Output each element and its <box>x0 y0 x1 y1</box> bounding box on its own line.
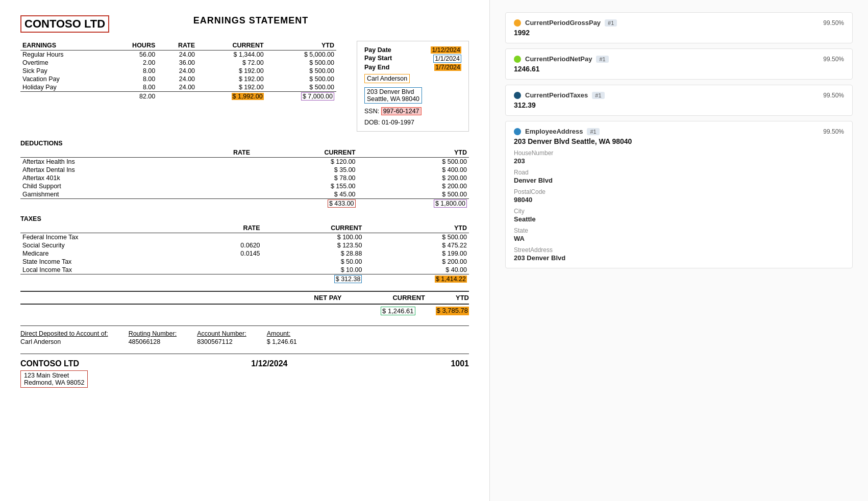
table-row: Social Security0.0620 $ 123.50$ 475.22 <box>20 241 469 249</box>
field-employee-address: EmployeeAddress #1 99.50% 203 Denver Blv… <box>505 121 853 268</box>
net-pay-ytd-label: YTD <box>456 294 469 302</box>
field-gross-pay-header: CurrentPeriodGrossPay #1 99.50% <box>514 19 844 27</box>
col-rate: RATE <box>157 41 197 51</box>
pay-date-row: Pay Date 1/12/2024 <box>364 46 461 54</box>
field-name-net-pay: CurrentPeriodNetPay <box>525 55 592 63</box>
earnings-section: EARNINGS HOURS RATE CURRENT YTD Regular … <box>20 41 469 132</box>
table-row: Overtime 2.00 36.00 $ 72.00 $ 500.00 <box>20 59 336 67</box>
field-badge-employee-address: #1 <box>587 128 599 135</box>
table-row: Child Support $ 155.00$ 200.00 <box>20 182 469 190</box>
table-row: Aftertax 401k $ 78.00$ 200.00 <box>20 174 469 182</box>
document-panel: CONTOSO LTD EARNINGS STATEMENT EARNINGS … <box>0 0 490 501</box>
table-row: Sick Pay 8.00 24.00 $ 192.00 $ 500.00 <box>20 67 336 75</box>
field-net-pay: CurrentPeriodNetPay #1 99.50% 1246.61 <box>505 48 853 80</box>
field-name-taxes: CurrentPeriodTaxes <box>525 91 588 99</box>
pay-end-value: 1/7/2024 <box>434 64 461 71</box>
employee-name: Carl Anderson <box>364 74 410 83</box>
field-confidence-taxes: 99.50% <box>823 92 844 99</box>
deposit-name: Carl Anderson <box>20 338 61 345</box>
taxes-total-current: $ 312.38 <box>334 275 362 283</box>
field-name-gross-pay: CurrentPeriodGrossPay <box>525 19 601 27</box>
table-row: Medicare0.0145 $ 28.88$ 199.00 <box>20 249 469 258</box>
deductions-header: DEDUCTIONS <box>20 140 469 147</box>
footer-company-name: CONTOSO LTD <box>20 359 88 368</box>
table-row: State Income Tax $ 50.00$ 200.00 <box>20 258 469 266</box>
amount-col: Amount: $ 1,246.61 <box>267 330 297 345</box>
fields-list: CurrentPeriodGrossPay #1 99.50% 1992 Cur… <box>505 10 853 268</box>
table-row: Garnishment $ 45.00$ 500.00 <box>20 190 469 199</box>
deductions-total-ytd: $ 1,800.00 <box>434 199 467 208</box>
footer-company-block: CONTOSO LTD 123 Main Street Redmond, WA … <box>20 359 88 388</box>
fields-panel: CurrentPeriodGrossPay #1 99.50% 1992 Cur… <box>490 0 868 501</box>
table-row: Vacation Pay 8.00 24.00 $ 192.00 $ 500.0… <box>20 75 336 83</box>
sub-field-house-number: HouseNumber 203 <box>514 149 844 165</box>
footer-address-line2: Redmond, WA 98052 <box>24 379 84 386</box>
sub-field-state: State WA <box>514 227 844 242</box>
field-value-gross-pay: 1992 <box>514 29 844 37</box>
earnings-title: EARNINGS STATEMENT <box>193 15 308 26</box>
footer-date: 1/12/2024 <box>251 359 287 368</box>
field-value-taxes: 312.39 <box>514 101 844 109</box>
field-badge-taxes: #1 <box>592 92 604 99</box>
field-badge-gross-pay: #1 <box>605 19 617 27</box>
field-dot-gross-pay <box>514 19 521 27</box>
taxes-header: TAXES <box>20 215 469 222</box>
field-gross-pay: CurrentPeriodGrossPay #1 99.50% 1992 <box>505 12 853 43</box>
routing-number: 485066128 <box>129 338 161 345</box>
company-title: CONTOSO LTD <box>20 15 109 33</box>
ssn-row: SSN: 997-60-1247 <box>364 108 461 115</box>
field-confidence-employee-address: 99.50% <box>823 128 844 135</box>
pay-date-value: 1/12/2024 <box>431 46 461 54</box>
footer-bottom: CONTOSO LTD 123 Main Street Redmond, WA … <box>20 354 469 388</box>
table-row: Aftertax Dental Ins $ 35.00$ 400.00 <box>20 166 469 174</box>
taxes-table: RATE CURRENT YTD Federal Income Tax $ 10… <box>20 223 469 284</box>
taxes-total-ytd: $ 1,414.22 <box>435 275 467 283</box>
account-col: Account Number: 8300567112 <box>197 330 246 345</box>
table-row: Federal Income Tax $ 100.00$ 500.00 <box>20 233 469 242</box>
footer-address-box: 123 Main Street Redmond, WA 98052 <box>20 370 88 388</box>
ssn-value: 997-60-1247 <box>381 107 421 115</box>
field-employee-address-header: EmployeeAddress #1 99.50% <box>514 128 844 135</box>
pay-start-row: Pay Start 1/1/2024 <box>364 55 461 63</box>
net-pay-ytd: $ 3,785.78 <box>436 307 469 315</box>
deductions-total-row: $ 433.00 $ 1,800.00 <box>20 199 469 209</box>
pay-end-row: Pay End 1/7/2024 <box>364 64 461 71</box>
col-hours: HOURS <box>106 41 158 51</box>
employee-address: 203 Denver Blvd Seattle, WA 98040 <box>364 87 422 104</box>
net-pay-section: NET PAY CURRENT YTD $ 1,246.61 $ 3,785.7… <box>20 291 469 317</box>
field-taxes-header: CurrentPeriodTaxes #1 99.50% <box>514 91 844 99</box>
earnings-table: EARNINGS HOURS RATE CURRENT YTD Regular … <box>20 41 336 132</box>
net-pay-current: $ 1,246.61 <box>381 307 415 315</box>
footer-address-line1: 123 Main Street <box>24 372 84 379</box>
employee-box: Carl Anderson 203 Denver Blvd Seattle, W… <box>364 74 461 104</box>
col-current: CURRENT <box>197 41 266 51</box>
table-row: Local Income Tax $ 10.00$ 40.00 <box>20 266 469 274</box>
field-dot-employee-address <box>514 128 521 135</box>
sub-field-road: Road Denver Blvd <box>514 169 844 184</box>
field-net-pay-header: CurrentPeriodNetPay #1 99.50% <box>514 55 844 63</box>
earnings-total-row: 82.00 $ 1,992.00 $ 7,000.00 <box>20 92 336 102</box>
earnings-total-current: $ 1,992.00 <box>232 93 264 100</box>
footer-number: 1001 <box>451 359 469 368</box>
field-value-net-pay: 1246.61 <box>514 65 844 73</box>
col-earnings: EARNINGS <box>20 41 106 51</box>
field-dot-taxes <box>514 92 521 99</box>
field-dot-net-pay <box>514 56 521 63</box>
dob-row: DOB: 01-09-1997 <box>364 119 461 126</box>
footer-deposit-info: Direct Deposited to Account of: Carl And… <box>20 330 469 345</box>
deductions-total-current: $ 433.00 <box>328 199 356 208</box>
net-pay-label: NET PAY <box>314 294 341 302</box>
col-ytd: YTD <box>266 41 336 51</box>
deposit-name-col: Direct Deposited to Account of: Carl And… <box>20 330 108 345</box>
routing-col: Routing Number: 485066128 <box>129 330 177 345</box>
earnings-data-table: EARNINGS HOURS RATE CURRENT YTD Regular … <box>20 41 336 101</box>
sub-field-postal-code: PostalCode 98040 <box>514 188 844 204</box>
field-badge-net-pay: #1 <box>596 56 608 63</box>
field-value-employee-address: 203 Denver Blvd Seattle, WA 98040 <box>514 137 844 145</box>
field-confidence-net-pay: 99.50% <box>823 56 844 63</box>
net-pay-current-label: CURRENT <box>392 294 425 302</box>
doc-header: CONTOSO LTD EARNINGS STATEMENT <box>20 15 469 33</box>
table-row: Regular Hours 56.00 24.00 $ 1,344.00 $ 5… <box>20 51 336 59</box>
deposit-amount: $ 1,246.61 <box>267 338 297 345</box>
table-row: Holiday Pay 8.00 24.00 $ 192.00 $ 500.00 <box>20 83 336 92</box>
